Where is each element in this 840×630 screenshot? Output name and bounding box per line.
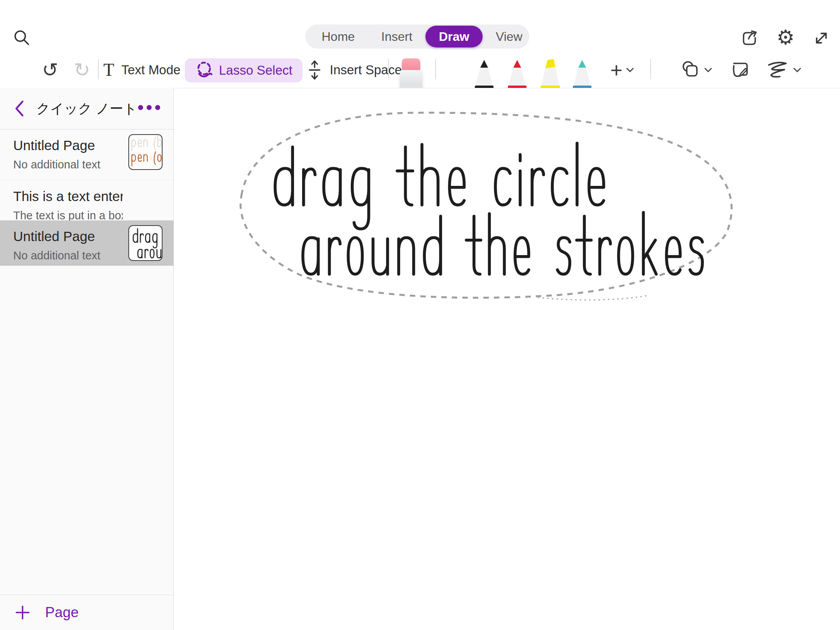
page-list-item-2[interactable]: This is a text entered in... The text is… (0, 180, 173, 220)
pen-body (476, 68, 493, 86)
red-pen-tool[interactable] (504, 58, 531, 88)
add-page-label: Page (45, 604, 79, 621)
title-bar: Home Insert Draw View ⚙ (0, 0, 840, 51)
draw-toolbar: ↺ ↻ T Text Mode Lasso Select In (0, 51, 840, 88)
insert-space-button[interactable]: Insert Space (306, 58, 408, 82)
toolbar-divider (98, 59, 99, 79)
ellipsis-dot (155, 105, 160, 110)
sidebar-header: クイック ノート (0, 88, 173, 130)
note-pen-icon (730, 60, 751, 80)
pen-band (541, 86, 560, 88)
page-subtitle: No additional text (13, 158, 123, 171)
pen-tip (513, 60, 521, 68)
eraser-body (400, 70, 422, 88)
page-list-item-1[interactable]: Untitled Page No additional text (0, 130, 173, 180)
pen-tip (480, 60, 488, 68)
drawing-canvas[interactable] (174, 88, 840, 630)
chevron-down-icon (793, 67, 802, 73)
pen-band (475, 86, 494, 88)
pen-body (509, 68, 526, 86)
share-button[interactable] (738, 26, 761, 50)
lasso-selection[interactable] (241, 113, 732, 298)
pen-band (508, 86, 527, 88)
share-icon (739, 27, 761, 49)
teal-pen-tool[interactable] (569, 58, 596, 88)
page-subtitle: The text is put in a box called... (13, 209, 123, 222)
lasso-select-button[interactable]: Lasso Select (185, 58, 303, 82)
gear-icon: ⚙ (777, 27, 795, 47)
pen-body (574, 68, 591, 86)
shapes-icon (681, 60, 701, 80)
section-more-button[interactable] (138, 105, 160, 110)
eraser-cap (402, 58, 420, 72)
page-thumbnail (128, 134, 163, 170)
eraser-tool[interactable] (400, 58, 422, 88)
yellow-highlighter-tool[interactable] (536, 58, 563, 88)
insert-space-label: Insert Space (330, 63, 402, 77)
black-pen-tool[interactable] (471, 58, 498, 88)
redo-icon: ↻ (74, 60, 90, 80)
text-mode-button[interactable]: T Text Mode (111, 59, 173, 81)
ribbon-tabs: Home Insert Draw View (305, 24, 529, 49)
fullscreen-button[interactable] (810, 26, 833, 50)
text-mode-label: Text Mode (121, 63, 180, 77)
highlighter-tip (545, 59, 555, 68)
ellipsis-dot (138, 105, 143, 110)
text-mode-icon: T (103, 61, 114, 79)
toolbar-divider (650, 59, 651, 79)
lasso-overlap-dots (538, 295, 649, 300)
plus-icon (15, 605, 30, 620)
toolbar-divider (388, 59, 389, 79)
shapes-button[interactable] (675, 58, 718, 82)
page-title: This is a text entered in... (13, 187, 123, 205)
ink-strokes (275, 143, 702, 274)
tab-view[interactable]: View (483, 26, 536, 47)
insert-space-icon (306, 59, 323, 81)
tab-home[interactable]: Home (308, 26, 368, 47)
page-thumbnail (128, 225, 163, 261)
lasso-select-label: Lasso Select (219, 63, 292, 78)
toolbar-divider (435, 59, 436, 79)
tab-draw[interactable]: Draw (425, 26, 482, 47)
pen-band (573, 86, 592, 88)
squiggle-icon (766, 60, 790, 80)
undo-button[interactable]: ↺ (38, 59, 62, 81)
ellipsis-dot (147, 105, 152, 110)
add-page-button[interactable]: Page (0, 595, 173, 630)
pen-tip (578, 60, 586, 68)
search-icon (12, 28, 32, 48)
search-button[interactable] (11, 27, 33, 49)
plus-icon: + (610, 60, 623, 80)
ink-to-text-button[interactable] (728, 58, 753, 82)
page-list-sidebar: クイック ノート Untitled Page No additional tex… (0, 88, 174, 630)
onenote-app-window: Home Insert Draw View ⚙ ↺ (0, 0, 840, 630)
page-title: Untitled Page (13, 136, 123, 154)
page-list-item-3-selected[interactable]: Untitled Page No additional text (0, 220, 173, 266)
tab-insert[interactable]: Insert (368, 26, 425, 47)
lasso-icon (195, 61, 214, 80)
chevron-down-icon (704, 67, 712, 73)
chevron-down-icon (626, 67, 634, 73)
ink-effects-button[interactable] (761, 58, 807, 82)
add-pen-button[interactable]: + (601, 59, 644, 81)
undo-icon: ↺ (42, 60, 58, 80)
settings-button[interactable]: ⚙ (774, 26, 797, 49)
page-title: Untitled Page (13, 228, 123, 245)
expand-icon (811, 28, 832, 49)
redo-button[interactable]: ↻ (70, 59, 94, 81)
pen-body (541, 67, 559, 86)
page-subtitle: No additional text (13, 249, 123, 262)
